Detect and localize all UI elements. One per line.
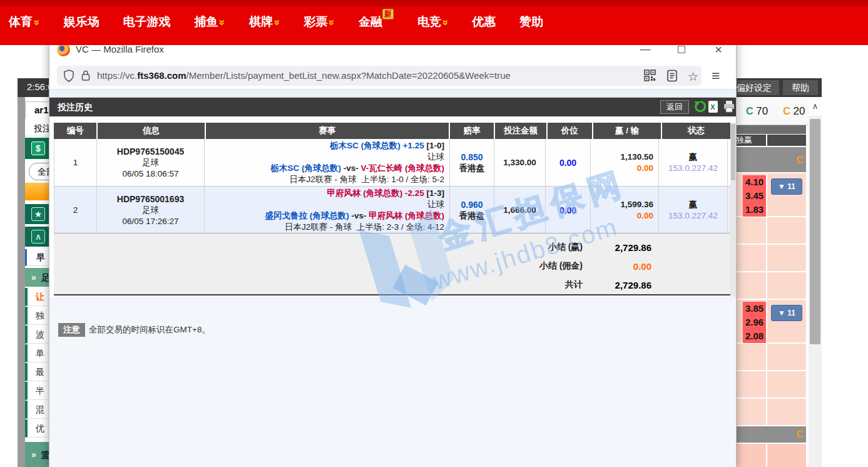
chevron-down-icon: » — [216, 19, 228, 25]
nav-item-casino[interactable]: 娱乐场 — [63, 14, 99, 30]
bet-event: 甲府风林 (角球总数) -2.25 [1-3] 让球 盛冈戈鲁拉 (角球总数) … — [205, 187, 450, 234]
col-price: 价位 — [548, 123, 592, 139]
empty-column-header — [767, 135, 806, 146]
preferences-button[interactable]: 偏好设定 — [729, 80, 779, 95]
bet-info: HDP9765150045 足球 06/05 18:06:57 — [97, 139, 205, 186]
chevron-down-icon: » — [439, 19, 452, 25]
odds-value[interactable]: 2.08 — [743, 329, 766, 343]
total-value: 2,729.86 — [583, 280, 651, 290]
odds-cell — [767, 272, 806, 299]
page-scrollbar[interactable]: ∧ — [809, 98, 822, 467]
nav-item-esports[interactable]: 电竞» — [417, 14, 448, 30]
url-toolbar: https://vc.fts368.com/Member/Lists/payme… — [49, 61, 736, 90]
nav-item-chess[interactable]: 棋牌» — [249, 14, 280, 30]
nav-item-sports[interactable]: 体育» — [9, 14, 39, 30]
bet-winloss: 1,599.36 0.00 — [591, 187, 659, 234]
subtotal-win-label: 小结 (赢) — [548, 242, 583, 253]
star-icon: ★ — [31, 207, 45, 221]
refresh-orange-icon: C — [783, 106, 790, 116]
bet-history-header: 投注历史 返回 X — [49, 98, 736, 116]
gmt-note: 注意全部交易的时间标识在GMT+8。 — [58, 323, 210, 337]
chevron-up-icon: ∧ — [31, 230, 45, 244]
odds-cell — [767, 245, 806, 271]
col-info: 信息 — [98, 123, 204, 139]
url-text: https://vc.fts368.com/Member/Lists/payme… — [97, 70, 511, 81]
nav-item-fishing[interactable]: 捕鱼» — [194, 14, 225, 30]
odds-cell — [767, 399, 806, 425]
bet-event: 栃木SC (角球总数) +1.25 [1-0] 让球 栃木SC (角球总数) -… — [205, 139, 450, 186]
bet-odds: 0.850 香港盘 — [450, 139, 494, 186]
scrollbar-thumb[interactable] — [810, 119, 820, 344]
back-button[interactable]: 返回 — [660, 100, 689, 114]
nav-item-lottery[interactable]: 彩票» — [304, 14, 334, 30]
col-num: 编号 — [54, 123, 96, 139]
lock-icon[interactable] — [81, 69, 94, 82]
col-status: 状态 — [662, 123, 730, 139]
odds-value[interactable]: 2.96 — [743, 316, 766, 329]
bet-num: 1 — [54, 139, 97, 186]
scrollbar-thumb[interactable] — [731, 124, 735, 180]
odds-value[interactable]: 4.10 — [743, 175, 766, 189]
bet-winloss: 1,130.50 0.00 — [591, 139, 659, 186]
odds-value[interactable]: 3.45 — [743, 189, 766, 203]
shield-icon[interactable] — [63, 69, 77, 82]
reader-mode-icon[interactable] — [666, 69, 680, 82]
address-bar[interactable]: https://vc.fts368.com/Member/Lists/payme… — [57, 66, 702, 86]
bet-num: 2 — [54, 187, 97, 234]
nav-item-slots[interactable]: 电子游戏 — [123, 14, 170, 30]
new-badge: 新 — [382, 9, 394, 19]
table-row: 1 HDP9765150045 足球 06/05 18:06:57 栃木SC (… — [54, 139, 730, 187]
odds-value[interactable]: 3.85 — [743, 302, 766, 316]
refresh-green-icon: C — [746, 106, 753, 116]
subtotal-commission-value: 0.00 — [583, 261, 651, 272]
col-odds: 赔率 — [450, 123, 494, 139]
nav-item-finance[interactable]: 金融新 — [359, 14, 394, 30]
orange-counter[interactable]: C 20 — [783, 105, 805, 118]
arrow-right-icon: » — [31, 272, 36, 282]
refresh-orange-icon[interactable]: C — [796, 429, 804, 440]
dollar-icon: $ — [31, 141, 45, 155]
bookmark-star-icon[interactable]: ☆ — [688, 69, 702, 82]
more-bets-cell: ▼ 11 — [767, 300, 806, 342]
qr-code-icon[interactable] — [644, 69, 658, 82]
odds-cell — [767, 344, 806, 370]
more-bets-button[interactable]: ▼ 11 — [771, 305, 802, 321]
subtotal-win-value: 2,729.86 — [583, 242, 651, 253]
page-title: 投注历史 — [58, 102, 93, 113]
green-counter[interactable]: C 70 — [746, 105, 768, 118]
chevron-down-icon: » — [271, 19, 283, 25]
odds-cell — [767, 217, 806, 244]
summary-box: 小结 (赢)2,729.86 小结 (佣金)0.00 共计2,729.86 — [54, 233, 730, 295]
page-top-strip — [49, 90, 736, 98]
more-bets-cell: ▼ 11 — [767, 173, 806, 216]
refresh-icon[interactable] — [694, 100, 708, 114]
bet-status: 赢 153.0.227.42 — [659, 139, 728, 186]
more-bets-button[interactable]: ▼ 11 — [771, 178, 802, 195]
bet-odds: 0.960 香港盘 — [450, 187, 494, 234]
chevron-down-icon: » — [325, 19, 338, 25]
odds-value[interactable]: 1.83 — [743, 203, 766, 217]
scroll-up-icon[interactable]: ∧ — [809, 98, 822, 116]
print-icon[interactable] — [723, 100, 737, 114]
bet-table: 编号 信息 赛事 赔率 投注金额 价位 赢 / 输 状态 1 HDP976515… — [54, 123, 730, 234]
bet-price: 0.00 — [546, 187, 591, 234]
refresh-orange-icon[interactable]: C — [796, 155, 804, 166]
svg-text:X: X — [710, 103, 715, 111]
page-left-edge — [18, 78, 25, 467]
bet-status: 赢 153.0.227.42 — [659, 187, 728, 234]
menu-hamburger-icon[interactable]: ≡ — [712, 68, 720, 85]
bet-info: HDP9765001693 足球 06/05 17:26:27 — [97, 187, 205, 234]
table-row: 2 HDP9765001693 足球 06/05 17:26:27 甲府风林 (… — [54, 187, 730, 234]
window-title: VC — Mozilla Firefox — [76, 44, 164, 54]
nav-top-strip — [0, 0, 868, 6]
nav-item-sponsor[interactable]: 赞助 — [519, 14, 543, 30]
col-winloss: 赢 / 输 — [593, 123, 661, 139]
col-amount: 投注金额 — [495, 123, 546, 139]
arrow-right-icon: » — [31, 449, 36, 459]
col-event: 赛事 — [206, 123, 449, 139]
excel-export-icon[interactable]: X — [708, 100, 722, 114]
help-button[interactable]: 帮助 — [783, 80, 818, 95]
odds-cell — [767, 444, 806, 467]
odds-cell — [767, 371, 806, 398]
nav-item-promo[interactable]: 优惠 — [472, 14, 496, 30]
